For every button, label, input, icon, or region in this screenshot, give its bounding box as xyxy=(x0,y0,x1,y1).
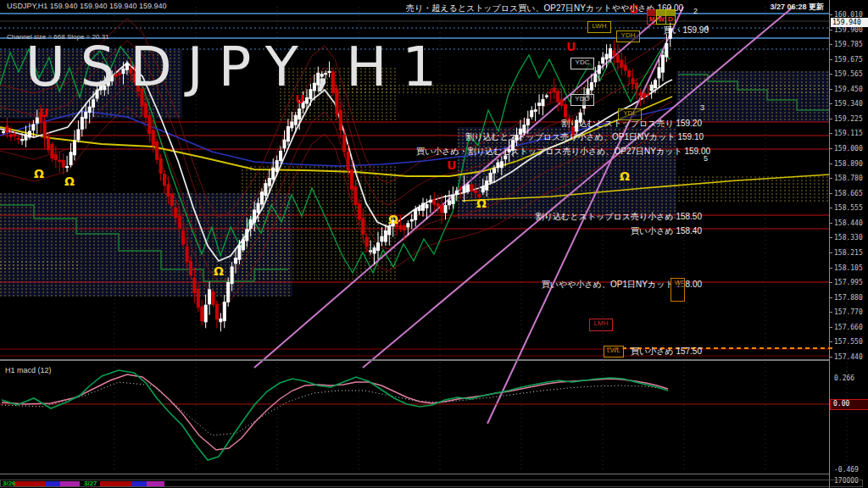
pivot-label-lmh: LMH xyxy=(589,319,613,331)
session-segment xyxy=(100,481,132,486)
price-axis-label: 158.330 xyxy=(834,234,863,241)
session-segment xyxy=(132,481,147,486)
axis-tick xyxy=(830,193,832,194)
price-axis-label: 159.225 xyxy=(834,115,863,123)
ohlc-readout: USDJPY,H1 159.940 159.940 159.940 159.94… xyxy=(7,2,167,10)
axis-tick xyxy=(830,59,832,60)
axis-tick xyxy=(830,327,832,328)
price-axis-label: 159.450 xyxy=(834,86,863,93)
session-timeline-bar[interactable]: 3/263/27 xyxy=(0,480,863,487)
trade-annotation: 買い小さめ 158.40 xyxy=(631,225,702,237)
channel-number-label: 3 xyxy=(700,103,704,112)
trade-annotation: 買い 159.90 xyxy=(663,25,709,36)
svg-text:U: U xyxy=(566,40,576,53)
price-axis-label: 158.665 xyxy=(834,190,863,197)
axis-tick xyxy=(830,148,832,149)
axis-tick xyxy=(830,119,832,119)
price-axis-label: 158.555 xyxy=(834,204,863,212)
price-axis-label: 158.890 xyxy=(834,160,863,168)
trading-chart-window: ΩΩΩΩΩΩUUUUU USDJPY,H1 USDJPY,H1 159.940 … xyxy=(0,0,868,488)
pivot-label-lwl: LWL xyxy=(604,346,624,358)
price-axis-label: 157.440 xyxy=(834,353,863,361)
pivot-label-lwh: LWH xyxy=(587,21,611,33)
pivot-label-ydc: YDC xyxy=(570,58,594,69)
session-segment xyxy=(14,481,46,486)
price-axis-label: 159.340 xyxy=(834,100,863,108)
panel-separator-2 xyxy=(0,474,829,474)
current-bid-box: 159.940 xyxy=(831,18,868,27)
axis-tick xyxy=(830,164,832,164)
price-axis-label: 158.440 xyxy=(834,219,863,227)
session-segment xyxy=(60,481,80,486)
axis-tick xyxy=(830,237,832,238)
date-label: 3/27 xyxy=(84,480,97,487)
period-pivot-box-d: D xyxy=(665,9,676,25)
trade-annotation: 割り込むとストップロス売り小さめ 158.50 xyxy=(536,211,702,223)
price-axis-label: 157.660 xyxy=(834,324,863,331)
axis-tick xyxy=(830,268,832,269)
macd-label: H1 macd (12) xyxy=(5,366,52,374)
macd-max-label: 0.266 xyxy=(834,374,854,382)
axis-tick xyxy=(830,312,832,313)
channel-number-label: 2 xyxy=(693,7,698,15)
price-axis-label: 158.105 xyxy=(834,264,863,272)
trade-annotation: 買い小さめ・割り込むとストップロス売り小さめ、OP27日NYカット 159.00 xyxy=(416,146,710,158)
price-axis-label: 158.780 xyxy=(834,175,863,182)
trade-annotation: 割り込むとストップロス売り小さめ、OP1日NYカット 159.10 xyxy=(465,131,704,143)
svg-text:Ω: Ω xyxy=(214,264,224,278)
pivot-label-w: W xyxy=(670,278,685,302)
macd-zero-box: 0.00 xyxy=(830,399,868,410)
svg-text:Ω: Ω xyxy=(476,197,487,210)
axis-tick xyxy=(830,282,832,283)
watermark-symbol: USDJPY,H1 xyxy=(25,36,452,98)
axis-tick xyxy=(830,30,832,30)
price-axis-label: 157.880 xyxy=(834,294,863,302)
channel-number-label: 4 xyxy=(704,24,709,32)
price-axis-label: 157.770 xyxy=(834,308,863,316)
pivot-label-ydl: YDL xyxy=(618,108,642,120)
svg-text:Ω: Ω xyxy=(34,167,44,180)
price-axis-label: 159.675 xyxy=(834,56,863,64)
svg-text:Ω: Ω xyxy=(388,213,398,226)
last-update-time: 3/27 06:28 更新 xyxy=(770,2,824,13)
axis-tick xyxy=(830,341,832,342)
axis-tick xyxy=(830,14,832,15)
panel-separator[interactable] xyxy=(0,359,829,361)
axis-tick xyxy=(830,74,832,75)
date-label: 3/26 xyxy=(3,480,16,487)
axis-tick xyxy=(830,223,832,224)
axis-tick xyxy=(830,103,832,104)
axis-tick xyxy=(830,178,832,179)
price-axis-label: 159.785 xyxy=(834,41,863,48)
macd-curves xyxy=(0,370,829,460)
axis-tick xyxy=(830,208,832,208)
axis-tick xyxy=(830,297,832,298)
axis-tick xyxy=(830,133,832,134)
price-axis-label: 159.000 xyxy=(834,145,863,152)
price-axis-label: 157.550 xyxy=(834,338,863,346)
channel-number-label: 5 xyxy=(704,154,708,163)
macd-min-label: -0.469 xyxy=(834,466,859,474)
price-axis-label: 159.115 xyxy=(834,130,863,137)
svg-text:U: U xyxy=(39,106,48,119)
session-segment xyxy=(147,481,164,486)
axis-tick xyxy=(830,252,832,253)
svg-text:U: U xyxy=(447,158,456,172)
pivot-label-ydo: YDO xyxy=(570,94,594,106)
trade-annotation: 買い小さめ 157.50 xyxy=(631,346,702,358)
axis-tick xyxy=(830,89,832,90)
axis-tick xyxy=(830,357,832,358)
price-axis-label: 158.215 xyxy=(834,249,863,257)
price-axis-label: 157.995 xyxy=(834,279,863,286)
trade-annotation: 売り・超えるとストップロス買い、OP27日NYカットやや小さめ 160.00 xyxy=(406,3,683,14)
price-axis-label: 159.565 xyxy=(834,70,863,78)
svg-text:Ω: Ω xyxy=(620,169,630,183)
svg-text:Ω: Ω xyxy=(64,175,75,188)
session-segment xyxy=(46,481,60,486)
channel-info: Channel size = 668 Slope = 20.31 xyxy=(7,33,109,41)
pivot-label-ydh: YDH xyxy=(616,30,640,42)
axis-tick xyxy=(830,44,832,45)
